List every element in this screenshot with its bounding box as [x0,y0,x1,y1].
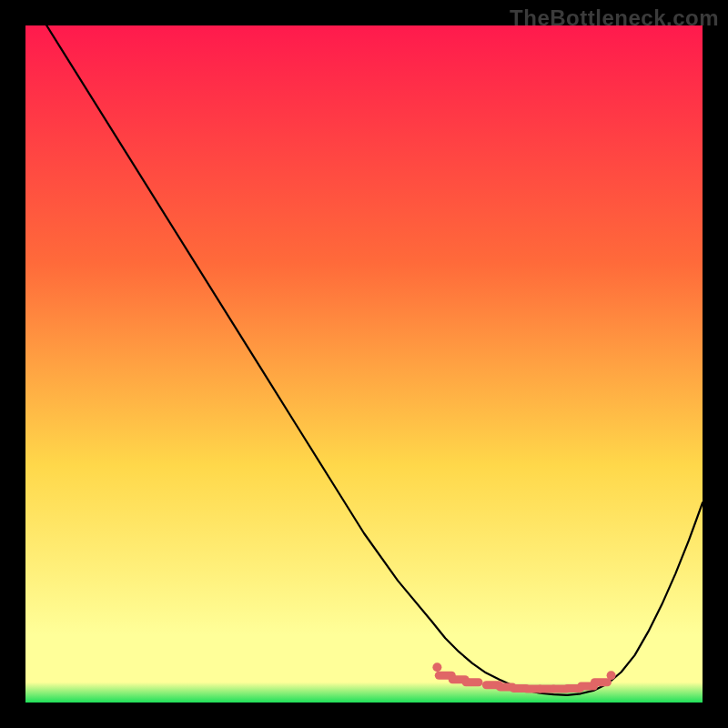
optimal-marker-dot [432,662,441,672]
watermark-text: TheBottleneck.com [510,5,719,31]
optimal-marker-dot [607,671,616,680]
chart-svg [25,25,703,703]
plot-area [25,25,703,703]
chart-frame: TheBottleneck.com [0,0,728,728]
gradient-background [25,25,703,703]
